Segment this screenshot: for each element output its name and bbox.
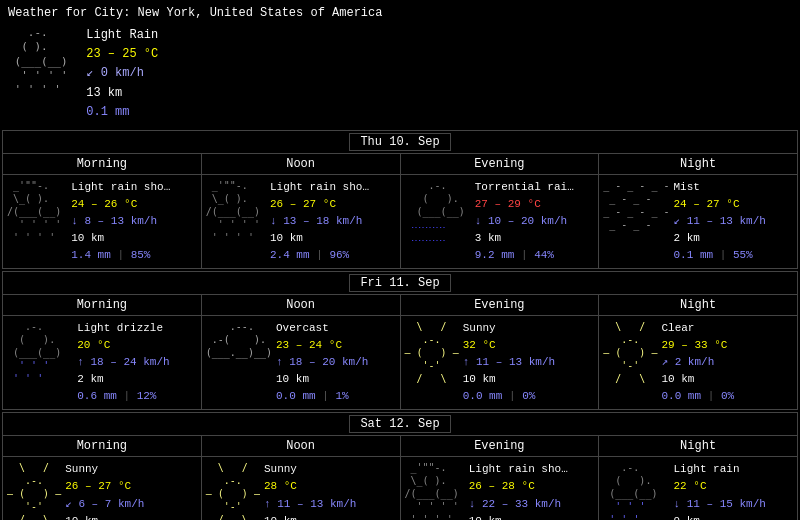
period-body-0-3: _ - _ - _ - _ - _ - _ - _ - _ - _ - _ - …: [599, 175, 797, 268]
desc-1-0: Light drizzle: [77, 320, 169, 337]
current-label: Light Rain: [86, 28, 158, 42]
current-precip: 0.1 mm: [86, 105, 129, 119]
weather-info-2-3: Light rain 22 °C ↓ 11 – 15 km/h 9 km 2.4…: [673, 461, 765, 520]
vis-0-0: 10 km: [71, 230, 170, 247]
desc-1-3: Clear: [661, 320, 734, 337]
vis-1-3: 10 km: [661, 371, 734, 388]
day-section-1: Fri 11. SepMorning .-. ( ). (___(__) ' '…: [2, 271, 798, 410]
desc-0-0: Light rain sho…: [71, 179, 170, 196]
weather-info-2-2: Light rain sho… 26 – 28 °C ↓ 22 – 33 km/…: [469, 461, 568, 520]
weather-info-1-0: Light drizzle 20 °C ↑ 18 – 24 km/h 2 km …: [77, 320, 169, 405]
desc-0-2: Torrential rai…: [475, 179, 574, 196]
day-label-2: Sat 12. Sep: [349, 415, 450, 433]
precip-0-1: 2.4 mm | 96%: [270, 247, 369, 264]
periods-row-1: Morning .-. ( ). (___(__) ' ' ' ' ' ' Li…: [3, 294, 797, 409]
weather-icon-2-0: \ / .-. – ( ) – '-' / \: [7, 461, 61, 520]
precip-1-3: 0.0 mm | 0%: [661, 388, 734, 405]
weather-icon-0-2: .-. ( ). (___(__) ‥‥‥‥‥ ‥‥‥‥‥: [405, 179, 471, 264]
period-1-1: Noon .--. .-( ). (___.__)__) Overcast 23…: [202, 295, 401, 409]
period-header-1-2: Evening: [401, 295, 599, 316]
precip-1-2: 0.0 mm | 0%: [463, 388, 555, 405]
period-header-2-3: Night: [599, 436, 797, 457]
temp-0-0: 24 – 26 °C: [71, 196, 170, 213]
day-section-2: Sat 12. SepMorning \ / .-. – ( ) – '-' /…: [2, 412, 798, 520]
temp-1-1: 23 – 24 °C: [276, 337, 368, 354]
period-2-1: Noon \ / .-. – ( ) – '-' / \ Sunny 28 °C…: [202, 436, 401, 520]
period-header-0-3: Night: [599, 154, 797, 175]
wind-0-0: ↓ 8 – 13 km/h: [71, 213, 170, 230]
weather-icon-2-3: .-. ( ). (___(__) ' ' ' ' ' ': [603, 461, 669, 520]
vis-0-1: 10 km: [270, 230, 369, 247]
temp-1-3: 29 – 33 °C: [661, 337, 734, 354]
period-body-0-2: .-. ( ). (___(__) ‥‥‥‥‥ ‥‥‥‥‥ Torrential…: [401, 175, 599, 268]
period-header-1-1: Noon: [202, 295, 400, 316]
header: Weather for City: New York, United State…: [0, 0, 800, 24]
wind-2-3: ↓ 11 – 15 km/h: [673, 496, 765, 513]
current-wind: ↙ 0 km/h: [86, 66, 144, 80]
periods-row-2: Morning \ / .-. – ( ) – '-' / \ Sunny 26…: [3, 435, 797, 520]
vis-2-3: 9 km: [673, 513, 765, 520]
wind-1-0: ↑ 18 – 24 km/h: [77, 354, 169, 371]
temp-2-0: 26 – 27 °C: [65, 478, 144, 495]
day-label-row-0: Thu 10. Sep: [3, 131, 797, 153]
header-title: Weather for City: New York, United State…: [0, 0, 800, 24]
period-header-2-1: Noon: [202, 436, 400, 457]
day-label-0: Thu 10. Sep: [349, 133, 450, 151]
period-header-1-0: Morning: [3, 295, 201, 316]
vis-2-1: 10 km: [264, 513, 356, 520]
day-label-row-1: Fri 11. Sep: [3, 272, 797, 294]
desc-2-0: Sunny: [65, 461, 144, 478]
desc-2-3: Light rain: [673, 461, 765, 478]
weather-info-2-1: Sunny 28 °C ↑ 11 – 13 km/h 10 km 0.0 mm …: [264, 461, 356, 520]
period-body-2-0: \ / .-. – ( ) – '-' / \ Sunny 26 – 27 °C…: [3, 457, 201, 520]
temp-2-2: 26 – 28 °C: [469, 478, 568, 495]
weather-info-0-0: Light rain sho… 24 – 26 °C ↓ 8 – 13 km/h…: [71, 179, 170, 264]
day-label-row-2: Sat 12. Sep: [3, 413, 797, 435]
temp-0-2: 27 – 29 °C: [475, 196, 574, 213]
weather-info-1-3: Clear 29 – 33 °C ↗ 2 km/h 10 km 0.0 mm |…: [661, 320, 734, 405]
period-1-3: Night \ / .-. – ( ) – '-' / \ Clear 29 –…: [599, 295, 797, 409]
period-body-1-3: \ / .-. – ( ) – '-' / \ Clear 29 – 33 °C…: [599, 316, 797, 409]
period-body-0-1: _'""-. \_( ). /(___(__) ' ' ' ' ' ' ' ' …: [202, 175, 400, 268]
current-vis: 13 km: [86, 86, 122, 100]
wind-1-1: ↑ 18 – 20 km/h: [276, 354, 368, 371]
current-temp: 23 – 25 °C: [86, 47, 158, 61]
desc-2-1: Sunny: [264, 461, 356, 478]
weather-icon-1-0: .-. ( ). (___(__) ' ' ' ' ' ': [7, 320, 73, 405]
desc-1-1: Overcast: [276, 320, 368, 337]
period-2-2: Evening _'""-. \_( ). /(___(__) ' ' ' ' …: [401, 436, 600, 520]
temp-0-3: 24 – 27 °C: [673, 196, 765, 213]
period-0-0: Morning _'""-. \_( ). /(___(__) ' ' ' ' …: [3, 154, 202, 268]
period-body-1-1: .--. .-( ). (___.__)__) Overcast 23 – 24…: [202, 316, 400, 409]
period-header-0-1: Noon: [202, 154, 400, 175]
vis-1-1: 10 km: [276, 371, 368, 388]
desc-2-2: Light rain sho…: [469, 461, 568, 478]
period-1-2: Evening \ / .-. – ( ) – '-' / \ Sunny 32…: [401, 295, 600, 409]
period-header-1-3: Night: [599, 295, 797, 316]
temp-2-1: 28 °C: [264, 478, 356, 495]
period-2-0: Morning \ / .-. – ( ) – '-' / \ Sunny 26…: [3, 436, 202, 520]
period-header-0-0: Morning: [3, 154, 201, 175]
period-1-0: Morning .-. ( ). (___(__) ' ' ' ' ' ' Li…: [3, 295, 202, 409]
temp-0-1: 26 – 27 °C: [270, 196, 369, 213]
weather-info-1-2: Sunny 32 °C ↑ 11 – 13 km/h 10 km 0.0 mm …: [463, 320, 555, 405]
weather-info-1-1: Overcast 23 – 24 °C ↑ 18 – 20 km/h 10 km…: [276, 320, 368, 405]
period-body-1-2: \ / .-. – ( ) – '-' / \ Sunny 32 °C ↑ 11…: [401, 316, 599, 409]
precip-0-0: 1.4 mm | 85%: [71, 247, 170, 264]
wind-1-2: ↑ 11 – 13 km/h: [463, 354, 555, 371]
wind-0-1: ↓ 13 – 18 km/h: [270, 213, 369, 230]
weather-icon-1-1: .--. .-( ). (___.__)__): [206, 320, 272, 405]
day-label-1: Fri 11. Sep: [349, 274, 450, 292]
weather-icon-2-2: _'""-. \_( ). /(___(__) ' ' ' ' ' ' ' ': [405, 461, 465, 520]
desc-0-3: Mist: [673, 179, 765, 196]
period-header-2-0: Morning: [3, 436, 201, 457]
period-0-3: Night_ - _ - _ - _ - _ - _ - _ - _ - _ -…: [599, 154, 797, 268]
weather-info-2-0: Sunny 26 – 27 °C ↙ 6 – 7 km/h 10 km 0.0 …: [65, 461, 144, 520]
weather-icon-1-3: \ / .-. – ( ) – '-' / \: [603, 320, 657, 405]
desc-1-2: Sunny: [463, 320, 555, 337]
vis-1-2: 10 km: [463, 371, 555, 388]
period-body-2-1: \ / .-. – ( ) – '-' / \ Sunny 28 °C ↑ 11…: [202, 457, 400, 520]
period-header-0-2: Evening: [401, 154, 599, 175]
temp-2-3: 22 °C: [673, 478, 765, 495]
wind-2-1: ↑ 11 – 13 km/h: [264, 496, 356, 513]
